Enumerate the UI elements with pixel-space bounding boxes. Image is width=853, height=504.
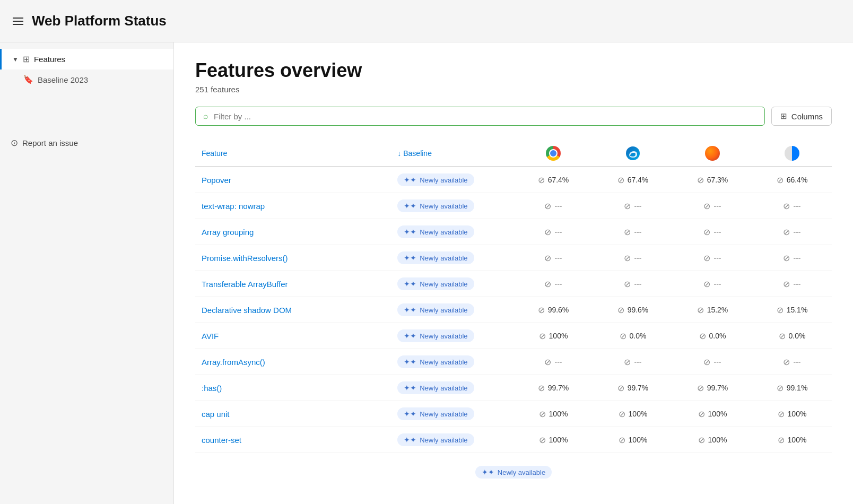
cell-safari: ⊘100%	[752, 427, 832, 453]
cell-edge: ⊘67.4%	[593, 167, 673, 193]
newly-available-badge: ✦✦ Newly available	[397, 225, 474, 238]
cell-edge: ⊘---	[593, 271, 673, 297]
check-icon: ⊘	[777, 383, 784, 393]
browser-value: 99.6%	[628, 306, 649, 314]
sidebar-item-baseline[interactable]: 🔖 Baseline 2023	[0, 69, 173, 90]
cell-feature: text-wrap: nowrap	[195, 193, 391, 219]
browser-value: 100%	[549, 436, 568, 444]
chevron-down-icon: ▼	[12, 56, 19, 63]
main-layout: ▼ ⊞ Features 🔖 Baseline 2023 ⊙ Report an…	[0, 42, 853, 504]
newly-available-badge: ✦✦ Newly available	[397, 407, 474, 420]
browser-value: 67.4%	[548, 176, 569, 184]
cell-chrome: ⊘99.7%	[513, 375, 593, 401]
feature-link[interactable]: Array grouping	[202, 228, 254, 237]
check-icon: ⊘	[779, 331, 786, 341]
feature-link[interactable]: Declarative shadow DOM	[202, 306, 292, 315]
hamburger-icon[interactable]	[13, 18, 23, 25]
browser-value: 99.7%	[548, 384, 569, 392]
bookmark-icon: 🔖	[23, 75, 33, 84]
cell-chrome: ⊘---	[513, 271, 593, 297]
cell-firefox: ⊘99.7%	[673, 375, 752, 401]
check-icon: ⊘	[538, 305, 545, 315]
check-icon: ⊘	[620, 331, 626, 341]
feature-link[interactable]: counter-set	[202, 436, 241, 445]
columns-label: Columns	[791, 112, 823, 121]
columns-button[interactable]: ⊞ Columns	[771, 107, 832, 126]
browser-value: ---	[793, 280, 800, 288]
cell-chrome: ⊘---	[513, 349, 593, 375]
check-icon: ⊘	[777, 175, 784, 185]
filter-input-wrap[interactable]: ⌕	[195, 107, 765, 126]
browser-value: 99.1%	[787, 384, 808, 392]
report-label: Report an issue	[22, 138, 78, 147]
browser-value: 99.6%	[548, 306, 569, 314]
check-icon: ⊘	[544, 227, 551, 237]
page-title: Features overview	[195, 59, 832, 82]
browser-value: 100%	[708, 436, 727, 444]
check-icon: ⊘	[624, 279, 631, 289]
sidebar-item-report[interactable]: ⊙ Report an issue	[0, 132, 173, 154]
filter-input[interactable]	[214, 112, 757, 121]
col-feature[interactable]: Feature	[195, 141, 391, 167]
cell-firefox: ⊘---	[673, 349, 752, 375]
cell-safari: ⊘15.1%	[752, 297, 832, 323]
cell-safari: ⊘---	[752, 219, 832, 245]
sparkle-icon: ✦✦	[404, 410, 416, 418]
sparkle-icon: ✦✦	[404, 358, 416, 366]
check-icon: ⊘	[539, 409, 546, 419]
newly-available-badge: ✦✦ Newly available	[397, 381, 474, 394]
legend-newly-available: ✦✦ Newly available	[475, 466, 552, 479]
sparkle-icon: ✦✦	[404, 228, 416, 236]
check-icon: ⊘	[698, 435, 705, 445]
check-icon: ⊘	[783, 227, 790, 237]
sidebar-item-features[interactable]: ▼ ⊞ Features	[0, 49, 173, 69]
browser-value: ---	[713, 254, 721, 262]
browser-value: 67.4%	[628, 176, 649, 184]
feature-link[interactable]: Promise.withResolvers()	[202, 254, 288, 263]
feature-link[interactable]: Transferable ArrayBuffer	[202, 280, 288, 289]
table-header-row: Feature ↓Baseline	[195, 141, 832, 167]
browser-value: 66.4%	[787, 176, 808, 184]
browser-value: ---	[713, 228, 721, 236]
browser-value: ---	[554, 254, 562, 262]
newly-available-badge: ✦✦ Newly available	[397, 303, 474, 316]
cell-safari: ⊘---	[752, 245, 832, 271]
cell-baseline: ✦✦ Newly available	[391, 167, 513, 193]
browser-value: ---	[793, 254, 800, 262]
feature-link[interactable]: :has()	[202, 384, 222, 393]
app-header: Web Platform Status	[0, 0, 853, 42]
cell-firefox: ⊘---	[673, 219, 752, 245]
cell-feature: Promise.withResolvers()	[195, 245, 391, 271]
browser-value: ---	[634, 254, 641, 262]
browser-value: ---	[713, 280, 721, 288]
cell-chrome: ⊘100%	[513, 401, 593, 427]
browser-value: 100%	[629, 436, 648, 444]
browser-value: ---	[554, 280, 562, 288]
feature-link[interactable]: cap unit	[202, 410, 230, 419]
features-icon: ⊞	[23, 54, 30, 64]
app-title: Web Platform Status	[32, 13, 167, 29]
table-row: Declarative shadow DOM✦✦ Newly available…	[195, 297, 832, 323]
feature-link[interactable]: text-wrap: nowrap	[202, 202, 265, 211]
check-icon: ⊘	[617, 175, 624, 185]
feature-link[interactable]: AVIF	[202, 332, 219, 341]
newly-available-badge: ✦✦ Newly available	[397, 173, 474, 186]
feature-link[interactable]: Array.fromAsync()	[202, 358, 265, 367]
check-icon: ⊘	[697, 175, 704, 185]
cell-baseline: ✦✦ Newly available	[391, 245, 513, 271]
cell-baseline: ✦✦ Newly available	[391, 401, 513, 427]
browser-value: 0.0%	[789, 332, 806, 340]
check-icon: ⊘	[778, 409, 785, 419]
check-icon: ⊘	[617, 383, 624, 393]
newly-available-badge: ✦✦ Newly available	[397, 277, 474, 290]
check-icon: ⊘	[624, 227, 631, 237]
table-row: Popover✦✦ Newly available⊘67.4%⊘67.4%⊘67…	[195, 167, 832, 193]
check-icon: ⊘	[783, 201, 790, 211]
feature-link[interactable]: Popover	[202, 176, 231, 185]
col-baseline[interactable]: ↓Baseline	[391, 141, 513, 167]
check-icon: ⊘	[698, 409, 705, 419]
cell-safari: ⊘0.0%	[752, 323, 832, 349]
cell-feature: cap unit	[195, 401, 391, 427]
legend: ✦✦ Newly available	[195, 466, 832, 479]
cell-chrome: ⊘99.6%	[513, 297, 593, 323]
